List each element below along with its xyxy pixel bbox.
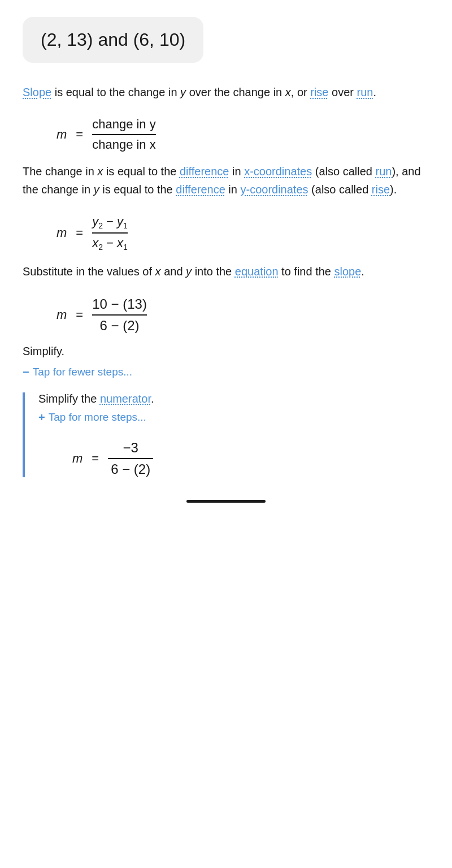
problem-box: (2, 13) and (6, 10) — [23, 17, 203, 63]
formula3-equals: = — [76, 308, 83, 322]
intro-comma: , or — [291, 86, 310, 98]
sub-and: and — [161, 265, 186, 278]
formula4-fraction: −3 6 − (2) — [108, 440, 153, 477]
formula2-fraction: y2 − y1 x2 − x1 — [92, 214, 128, 252]
plus-icon: + — [38, 411, 45, 424]
y2-var: y — [92, 214, 98, 228]
expl-in-y: in — [225, 183, 241, 196]
tap-more-button[interactable]: + Tap for more steps... — [38, 411, 429, 424]
formula4-equals: = — [92, 451, 99, 466]
minus-icon: − — [23, 366, 29, 379]
y-coord-link[interactable]: y-coordinates — [240, 183, 308, 196]
formula3-label: m — [56, 308, 67, 322]
run-link2[interactable]: run — [376, 165, 392, 178]
tap-fewer-button[interactable]: − Tap for fewer steps... — [23, 366, 429, 379]
sub-cont: into the — [192, 265, 235, 278]
x1-sub: 1 — [123, 243, 128, 252]
difference-link1[interactable]: difference — [180, 165, 229, 178]
rise-link[interactable]: rise — [310, 86, 328, 98]
formula3-fraction: 10 − (13) 6 − (2) — [92, 296, 147, 334]
expl-also-run: (also called — [312, 165, 375, 178]
sub-text1: Substitute in the values of — [23, 265, 155, 278]
formula2-block: m = y2 − y1 x2 − x1 — [56, 214, 429, 252]
numerator-link[interactable]: numerator — [100, 392, 151, 405]
period: . — [151, 392, 154, 405]
expl-equal2: is equal to the — [99, 183, 176, 196]
problem-title: (2, 13) and (6, 10) — [41, 29, 185, 50]
formula4-numerator: −3 — [108, 440, 153, 459]
expl-in: in — [229, 165, 244, 178]
expl-text: The change in — [23, 165, 97, 178]
sub-end: . — [361, 265, 364, 278]
expl-x-var: x — [97, 165, 103, 178]
indented-section: Simplify the numerator. + Tap for more s… — [23, 392, 429, 477]
formula4-denominator: 6 − (2) — [108, 459, 153, 477]
x2-sub: 2 — [98, 243, 103, 252]
intro-text1: is equal to the change in — [55, 86, 180, 98]
formula1-equals: = — [76, 127, 83, 142]
simplify-numerator-heading: Simplify the numerator. — [38, 392, 429, 405]
expl-end: ). — [390, 183, 397, 196]
formula1-numerator: change in y — [92, 117, 156, 135]
y2-sub: 2 — [98, 221, 103, 230]
simplify-numerator-text: Simplify the — [38, 392, 97, 405]
formula3-denominator: 6 − (2) — [97, 316, 142, 334]
formula1-fraction: change in y change in x — [92, 117, 156, 152]
formula2-label: m — [56, 226, 67, 240]
formula2-denominator: x2 − x1 — [92, 234, 128, 252]
equation-link[interactable]: equation — [235, 265, 279, 278]
denom-minus: − — [106, 236, 117, 250]
bottom-bar — [186, 500, 266, 503]
run-link[interactable]: run — [357, 86, 373, 98]
sub-x-var: x — [155, 265, 161, 278]
y1-var: y — [117, 214, 123, 228]
y1-sub: 1 — [123, 221, 128, 230]
formula2-numerator: y2 − y1 — [92, 214, 128, 234]
simplify-heading: Simplify. — [23, 345, 429, 358]
x2-var: x — [92, 236, 98, 250]
formula1-block: m = change in y change in x — [56, 117, 429, 152]
intro-x-var: x — [285, 86, 291, 98]
expl-also-rise: (also called — [308, 183, 372, 196]
slope-link[interactable]: Slope — [23, 86, 51, 98]
intro-text1-cont: over the change in — [186, 86, 285, 98]
formula4-block: m = −3 6 − (2) — [72, 440, 429, 477]
intro-y-var: y — [180, 86, 186, 98]
difference-link2[interactable]: difference — [176, 183, 225, 196]
expl-mid: is equal to the — [103, 165, 180, 178]
x1-var: x — [117, 236, 123, 250]
intro-section: Slope is equal to the change in y over t… — [23, 83, 429, 101]
formula4-label: m — [72, 451, 82, 466]
slope-link2[interactable]: slope — [334, 265, 362, 278]
expl-y-var: y — [94, 183, 99, 196]
numer-minus: − — [106, 214, 117, 228]
tap-fewer-label: Tap for fewer steps... — [33, 366, 132, 378]
substitute-section: Substitute in the values of x and y into… — [23, 262, 429, 280]
explanation-section: The change in x is equal to the differen… — [23, 162, 429, 198]
sub-y-var: y — [186, 265, 192, 278]
tap-more-label: Tap for more steps... — [49, 411, 146, 424]
x-coord-link[interactable]: x-coordinates — [244, 165, 312, 178]
intro-over: over — [328, 86, 357, 98]
formula3-numerator: 10 − (13) — [92, 296, 147, 316]
rise-link2[interactable]: rise — [372, 183, 390, 196]
formula3-block: m = 10 − (13) 6 − (2) — [56, 296, 429, 334]
sub-to-find: to find the — [279, 265, 334, 278]
formula1-denominator: change in x — [92, 135, 156, 152]
formula2-equals: = — [76, 226, 83, 240]
formula1-label: m — [56, 127, 67, 142]
